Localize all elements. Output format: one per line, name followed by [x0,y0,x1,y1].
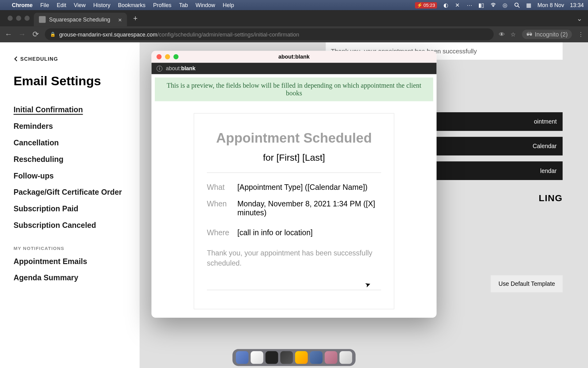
battery-indicator[interactable]: ⚡05:23 [415,2,437,8]
menubar-extra-icon[interactable]: ▦ [526,2,531,8]
nav-subscription-paid[interactable]: Subscription Paid [13,201,126,217]
divider [207,173,381,173]
menu-tab[interactable]: Tab [179,2,188,8]
info-icon[interactable]: i [156,65,162,71]
thank-you-text: Thank you, your appointment has been suc… [207,248,381,269]
status-icon-3[interactable]: ⋯ [466,2,472,8]
spotlight-icon[interactable] [514,2,520,8]
email-heading: Appointment Scheduled [207,131,381,146]
window-close-icon[interactable] [8,16,13,21]
dock-chrome-icon[interactable] [251,351,263,364]
forward-button: → [18,30,26,39]
wifi-icon[interactable] [490,2,496,8]
menu-edit[interactable]: Edit [57,2,66,8]
popup-address-bar[interactable]: i about:blank [152,63,437,74]
chrome-toolbar: ← → ⟳ 🔒 grouse-mandarin-sxnl.squarespace… [0,26,588,42]
menu-profiles[interactable]: Profiles [153,2,172,8]
where-label: Where [207,228,231,237]
menu-window[interactable]: Window [196,2,215,8]
nav-initial-confirmation[interactable]: Initial Confirmation [13,102,126,118]
email-preview-card: Appointment Scheduled for [First] [Last]… [194,113,394,309]
popup-url-bold: blank [181,65,195,72]
settings-sidebar: SCHEDULING Email Settings Initial Confir… [0,42,140,368]
back-to-scheduling-link[interactable]: SCHEDULING [13,56,126,62]
menu-view[interactable]: View [74,2,86,8]
dock-app-icon-4[interactable] [280,351,293,364]
menu-help[interactable]: Help [223,2,234,8]
popup-url-prefix: about: [166,65,181,72]
status-icon-2[interactable]: ✕ [454,2,460,8]
nav-agenda-summary[interactable]: Agenda Summary [13,270,126,286]
chrome-menu-icon[interactable]: ⋮ [578,31,584,38]
control-center-icon[interactable]: ◎ [502,2,508,8]
tab-favicon-icon [39,16,46,23]
nav-subscription-canceled[interactable]: Subscription Canceled [13,217,126,234]
dock-app-icon-5[interactable] [295,351,307,364]
when-label: When [207,200,231,217]
window-minimize-icon[interactable] [16,16,21,21]
incognito-icon: 🕶 [526,31,532,38]
dock-finder-icon[interactable] [236,351,248,364]
menubar-date[interactable]: Mon 8 Nov [537,2,564,8]
dock-trash-icon[interactable] [339,351,352,364]
menu-bookmarks[interactable]: Bookmarks [118,2,145,8]
macos-menubar[interactable]: Chrome File Edit View History Bookmarks … [0,0,588,10]
where-value: [call in info or location] [237,228,313,237]
menu-history[interactable]: History [93,2,110,8]
email-for-line: for [First] [Last] [207,152,381,163]
preview-popup-window: about:blank i about:blank This is a prev… [152,51,437,318]
preview-notice-banner: This is a preview, the fields below will… [155,78,433,101]
dock-app-icon-6[interactable] [310,351,322,364]
what-label: What [207,183,231,192]
use-default-template-button[interactable]: Use Default Template [491,275,563,292]
popup-titlebar[interactable]: about:blank [152,51,437,63]
window-zoom-icon[interactable] [24,16,30,21]
dock-terminal-icon[interactable] [266,351,278,364]
reload-button[interactable]: ⟳ [31,30,40,39]
browser-tab[interactable]: Squarespace Scheduling × [34,13,127,26]
my-notifications-label: MY NOTIFICATIONS [13,246,126,251]
window-controls[interactable] [3,16,34,21]
eye-off-icon[interactable]: 👁 [499,31,505,38]
dock-app-icon-7[interactable] [325,351,337,364]
nav-rescheduling[interactable]: Rescheduling [13,151,126,168]
bookmark-star-icon[interactable]: ☆ [511,31,516,38]
notifications-nav: Appointment Emails Agenda Summary [13,253,126,286]
address-bar[interactable]: 🔒 grouse-mandarin-sxnl.squarespace.com/c… [45,29,494,40]
new-tab-button[interactable]: + [130,12,141,24]
tab-close-icon[interactable]: × [118,16,122,23]
back-button[interactable]: ← [4,30,13,39]
popup-window-title: about:blank [152,54,437,60]
what-value: [Appointment Type] ([Calendar Name]) [237,183,368,192]
incognito-label: Incognito (2) [535,31,568,38]
menu-file[interactable]: File [40,2,49,8]
back-link-label: SCHEDULING [20,56,58,62]
menubar-time[interactable]: 13:34 [570,2,584,8]
url-host: grouse-mandarin-sxnl.squarespace.com [59,31,157,38]
nav-follow-ups[interactable]: Follow-ups [13,168,126,184]
url-path: /config/scheduling/admin/email-settings/… [157,31,299,38]
page-title: Email Settings [13,74,126,88]
battery-icon[interactable]: ▮▯ [478,2,484,8]
nav-reminders[interactable]: Reminders [13,118,126,135]
chevron-left-icon [13,56,18,62]
when-value: Monday, November 8, 2021 1:34 PM ([X] mi… [237,200,381,217]
svg-point-0 [514,3,518,6]
divider-bottom [207,290,381,290]
status-icon-1[interactable]: ◐ [443,2,449,8]
app-menu[interactable]: Chrome [12,2,33,8]
nav-cancellation[interactable]: Cancellation [13,135,126,151]
lock-icon[interactable]: 🔒 [50,32,56,37]
macos-dock[interactable] [232,349,356,366]
incognito-indicator[interactable]: 🕶 Incognito (2) [522,30,572,39]
tab-title: Squarespace Scheduling [49,16,110,23]
chrome-tab-strip: Squarespace Scheduling × + ⌄ [0,10,588,26]
nav-appointment-emails[interactable]: Appointment Emails [13,253,126,270]
email-settings-nav: Initial Confirmation Reminders Cancellat… [13,102,126,234]
tabs-dropdown-icon[interactable]: ⌄ [571,14,588,22]
nav-package-gift[interactable]: Package/Gift Certificate Order [13,184,126,201]
svg-line-1 [518,6,519,8]
